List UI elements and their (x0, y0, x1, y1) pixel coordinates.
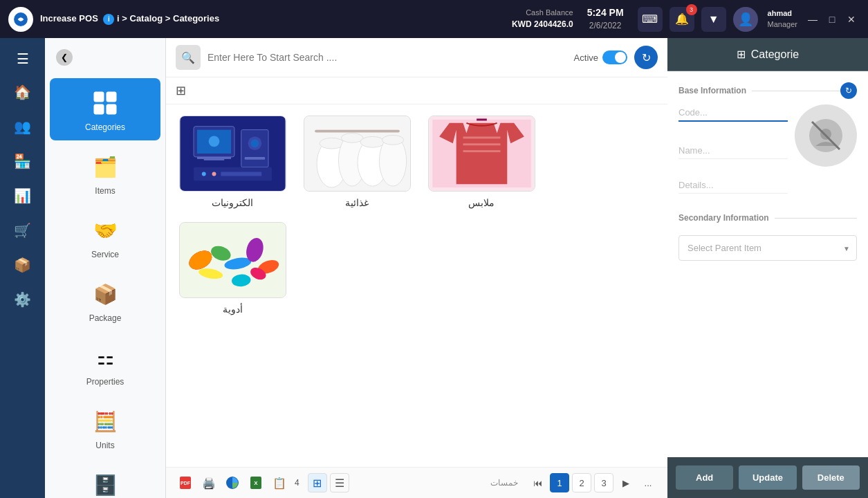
svg-point-17 (212, 172, 216, 176)
menu-toggle-btn[interactable]: ☰ (11, 45, 35, 73)
svg-rect-10 (203, 159, 223, 160)
search-input[interactable] (207, 52, 567, 63)
category-card-2[interactable]: غذائية (302, 116, 412, 208)
sidebar-settings-icon[interactable]: ⚙️ (7, 284, 38, 315)
page-3-btn[interactable]: 3 (594, 473, 613, 492)
cash-balance: Cash Balance KWD 2404426.0 (512, 8, 573, 30)
svg-rect-4 (107, 104, 116, 114)
items-icon: 🗂️ (89, 150, 122, 183)
notification-btn[interactable]: 🔔 3 (670, 7, 694, 32)
secondary-info-header: Secondary Information (678, 213, 857, 223)
category-image-4 (179, 222, 286, 298)
sidebar-chart-icon[interactable]: 📊 (7, 181, 38, 211)
storage-cost-icon: 🗄️ (89, 468, 122, 498)
list-view-btn[interactable]: ☰ (330, 473, 349, 492)
doc-btn[interactable]: 📋 (270, 473, 289, 492)
excel-btn[interactable]: X (246, 473, 266, 492)
select-parent-input[interactable]: Select Parent Item (678, 235, 857, 261)
catalog-sidebar: ❮ Categories 🗂️ Items 🤝 Service 📦 Packa (45, 38, 166, 498)
watermark-text: خمسات (490, 478, 518, 488)
sidebar-item-package[interactable]: 📦 Package (50, 269, 160, 331)
refresh-btn[interactable]: ↻ (634, 46, 658, 69)
close-btn[interactable]: ✕ (843, 11, 860, 28)
svg-point-23 (341, 133, 362, 143)
select-parent-wrap: Select Parent Item (678, 235, 857, 261)
page-1-btn[interactable]: 1 (550, 473, 569, 492)
sidebar-users-icon[interactable]: 👥 (7, 111, 38, 142)
sidebar-store-icon[interactable]: 🏪 (7, 146, 38, 176)
page-next-btn[interactable]: ▶ (616, 473, 636, 492)
item-count: 4 (295, 478, 299, 488)
layer-bar: ⊞ (166, 77, 667, 104)
active-toggle: Active (574, 50, 627, 64)
category-grid: الكترونيات غذائية ملابس (166, 104, 667, 467)
category-card-4[interactable]: أدوية (177, 222, 288, 315)
category-image-2 (304, 116, 411, 192)
search-bar: 🔍 Active ↻ (166, 38, 667, 77)
right-panel-title: Categorie (751, 48, 799, 61)
sidebar-item-service[interactable]: 🤝 Service (50, 205, 160, 268)
active-label: Active (574, 53, 598, 63)
category-card-3[interactable]: ملابس (426, 116, 537, 208)
name-input[interactable] (678, 142, 788, 159)
panel-actions: Add Update Delete (667, 457, 868, 498)
sidebar-item-categories[interactable]: Categories (50, 78, 160, 140)
sidebar-item-storage-cost[interactable]: 🗄️ Storage cost (50, 460, 160, 498)
right-panel: ⊞ Categorie Base Information ↻ (667, 38, 868, 498)
left-sidebar: ☰ 🏠 👥 🏪 📊 🛒 📦 ⚙️ (0, 38, 45, 498)
category-name-4: أدوية (223, 304, 243, 315)
section-line (752, 91, 840, 91)
sidebar-package-icon[interactable]: 📦 (7, 250, 38, 280)
search-btn[interactable]: 🔍 (176, 45, 201, 70)
active-toggle-switch[interactable] (602, 50, 627, 64)
notification-badge: 3 (686, 4, 697, 15)
categorie-header-icon: ⊞ (737, 48, 746, 61)
details-input[interactable] (678, 177, 788, 194)
export-pdf-btn[interactable]: PDF (176, 473, 195, 492)
category-card-1[interactable]: الكترونيات (177, 116, 288, 208)
current-time: 5:24 PM 2/6/2022 (587, 6, 624, 31)
minimize-btn[interactable]: — (804, 11, 821, 28)
base-info-row (678, 104, 857, 194)
svg-point-13 (250, 139, 259, 147)
categories-label: Categories (85, 122, 125, 132)
info-icon[interactable]: i (103, 14, 114, 25)
avatar: 👤 (733, 7, 758, 32)
notification-dropdown-btn[interactable]: ▼ (701, 7, 726, 32)
svg-text:X: X (254, 480, 258, 486)
sidebar-cart-icon[interactable]: 🛒 (7, 215, 38, 246)
svg-point-8 (208, 136, 219, 147)
app-logo (8, 7, 33, 32)
sidebar-item-items[interactable]: 🗂️ Items (50, 142, 160, 204)
sidebar-item-units[interactable]: 🧮 Units (50, 396, 160, 459)
base-info-refresh-btn[interactable]: ↻ (840, 82, 857, 99)
category-name-2: غذائية (345, 197, 369, 208)
delete-button[interactable]: Delete (802, 465, 860, 490)
categories-icon (89, 86, 122, 120)
sidebar-item-properties[interactable]: ⚏ Properties (50, 333, 160, 395)
svg-rect-14 (244, 157, 264, 160)
chart-btn[interactable] (223, 473, 242, 492)
view-toggles: ⊞ ☰ (308, 473, 349, 492)
svg-rect-1 (94, 92, 104, 102)
secondary-section-line (775, 218, 857, 219)
update-button[interactable]: Update (739, 465, 796, 490)
page-first-btn[interactable]: ⏮ (528, 473, 547, 492)
svg-point-27 (382, 135, 403, 145)
properties-icon: ⚏ (89, 341, 122, 374)
grid-view-btn[interactable]: ⊞ (308, 473, 327, 492)
page-2-btn[interactable]: 2 (572, 473, 591, 492)
print-btn[interactable]: 🖨️ (199, 473, 219, 492)
keyboard-icon-btn[interactable]: ⌨ (638, 7, 663, 32)
add-button[interactable]: Add (676, 465, 733, 490)
svg-point-25 (360, 136, 384, 147)
maximize-btn[interactable]: □ (824, 11, 840, 28)
svg-rect-2 (107, 92, 116, 102)
code-input[interactable] (678, 104, 788, 122)
bottom-toolbar: PDF 🖨️ X 📋 4 ⊞ ☰ خمسات ⏮ 1 2 3 ▶ (166, 467, 667, 498)
layer-icon[interactable]: ⊞ (176, 84, 186, 98)
sidebar-home-icon[interactable]: 🏠 (7, 77, 38, 107)
catalog-collapse-btn[interactable]: ❮ (56, 49, 73, 66)
svg-rect-32 (463, 143, 500, 145)
category-name-1: الكترونيات (212, 197, 253, 208)
